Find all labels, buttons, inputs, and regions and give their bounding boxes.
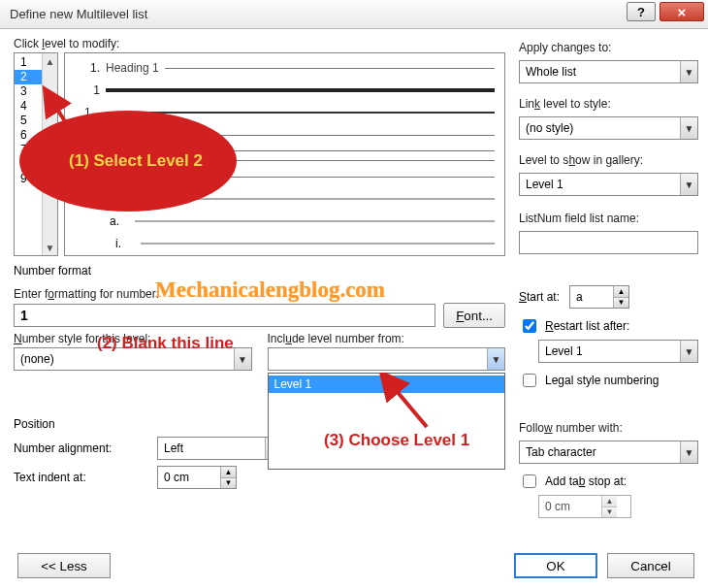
dialog-title: Define new Multilevel list (10, 7, 147, 21)
add-tab-label: Add tab stop at: (545, 474, 627, 488)
chevron-down-icon[interactable]: ▼ (487, 348, 504, 370)
number-format-input[interactable] (14, 304, 435, 327)
number-alignment-label: Number alignment: (14, 441, 149, 455)
text-indent-label: Text indent at: (14, 471, 149, 484)
scroll-up-icon[interactable]: ▲ (43, 53, 57, 69)
level-item[interactable]: 3 (15, 84, 42, 99)
follow-number-label: Follow number with: (519, 421, 698, 435)
level-item-selected[interactable]: 2 (15, 70, 42, 84)
annotation-watermark: Mechanicalengblog.com (155, 278, 385, 303)
help-icon: ? (637, 5, 645, 19)
link-level-combo[interactable]: (no style)▼ (519, 116, 698, 140)
legal-checkbox[interactable] (523, 374, 536, 387)
include-level-combo[interactable]: ▼ (268, 347, 506, 371)
chevron-down-icon[interactable]: ▼ (680, 61, 697, 82)
close-button[interactable]: × (660, 2, 704, 21)
close-icon: × (678, 4, 687, 20)
restart-after-combo[interactable]: Level 1▼ (538, 340, 698, 363)
listnum-input[interactable] (519, 231, 698, 254)
annotation-arrow-icon (378, 373, 436, 438)
annotation-2-text: (2) Blank this line (97, 334, 234, 353)
cancel-button[interactable]: Cancel (607, 553, 694, 578)
text-indent-input[interactable] (158, 467, 220, 488)
chevron-down-icon[interactable]: ▼ (234, 348, 251, 370)
step-down-icon[interactable]: ▼ (221, 478, 236, 489)
number-format-label: Number format (14, 264, 505, 278)
start-at-input[interactable] (570, 286, 613, 308)
follow-number-combo[interactable]: Tab character▼ (519, 441, 698, 464)
start-at-label: Start at: (519, 290, 560, 304)
apply-changes-label: Apply changes to: (519, 41, 698, 54)
restart-label: Restart list after: (545, 319, 629, 333)
add-tab-checkbox[interactable] (523, 474, 536, 488)
chevron-down-icon[interactable]: ▼ (680, 174, 697, 195)
help-button[interactable]: ? (627, 2, 656, 21)
annotation-arrow-icon (47, 91, 76, 133)
chevron-down-icon[interactable]: ▼ (680, 341, 697, 362)
svg-line-1 (386, 378, 427, 427)
legal-label: Legal style numbering (545, 374, 659, 387)
include-level-label: Include level number from: (268, 332, 506, 345)
step-down-icon[interactable]: ▼ (614, 298, 628, 309)
font-button[interactable]: Font... (443, 303, 505, 328)
text-indent-stepper[interactable]: ▲▼ (157, 466, 237, 489)
step-up-icon[interactable]: ▲ (221, 467, 236, 478)
link-level-label: Link level to style: (519, 97, 698, 111)
show-gallery-combo[interactable]: Level 1▼ (519, 173, 698, 196)
restart-checkbox[interactable] (523, 319, 536, 333)
position-label: Position (14, 417, 55, 431)
add-tab-input[interactable] (539, 496, 601, 517)
annotation-1-text: (1) Select Level 2 (69, 151, 203, 171)
apply-changes-combo[interactable]: Whole list▼ (519, 60, 698, 83)
title-bar: Define new Multilevel list ? × (0, 0, 708, 29)
svg-line-0 (48, 95, 68, 126)
step-up-icon[interactable]: ▲ (614, 286, 628, 298)
listnum-label: ListNum field list name: (519, 212, 698, 225)
chevron-down-icon[interactable]: ▼ (680, 117, 697, 139)
ok-button[interactable]: OK (514, 553, 597, 578)
less-button[interactable]: << Less (17, 553, 111, 578)
step-down-icon[interactable]: ▼ (602, 507, 617, 518)
scroll-down-icon[interactable]: ▼ (43, 240, 57, 255)
level-item[interactable]: 5 (15, 114, 42, 128)
show-gallery-label: Level to show in gallery: (519, 153, 698, 167)
start-at-stepper[interactable]: ▲▼ (569, 285, 629, 309)
level-item[interactable]: 4 (15, 99, 42, 114)
number-alignment-combo[interactable]: Left ▼ (157, 437, 283, 460)
add-tab-stepper[interactable]: ▲▼ (538, 495, 631, 518)
chevron-down-icon[interactable]: ▼ (680, 441, 697, 463)
click-level-label: Click level to modify: (14, 37, 505, 50)
step-up-icon[interactable]: ▲ (602, 496, 617, 507)
level-item[interactable]: 1 (15, 55, 42, 70)
